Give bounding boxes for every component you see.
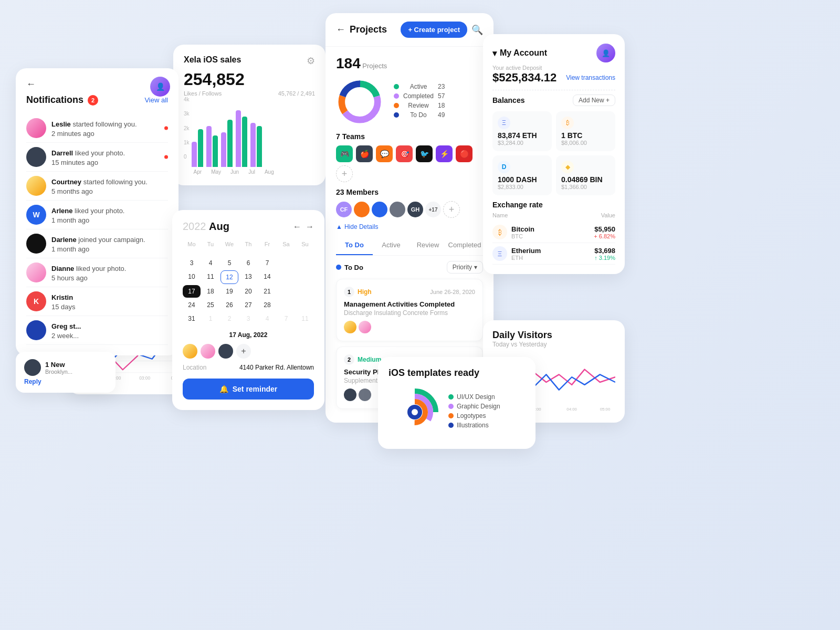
notif-avatar bbox=[26, 234, 46, 254]
back-button[interactable]: ← bbox=[26, 79, 36, 90]
calendar-day[interactable] bbox=[296, 250, 314, 256]
chevron-down-icon: ▾ bbox=[474, 264, 477, 271]
calendar-day[interactable]: 24 bbox=[183, 299, 201, 311]
tab-active[interactable]: Active bbox=[373, 236, 410, 255]
priority-filter-button[interactable]: Priority ▾ bbox=[447, 261, 483, 274]
calendar-day[interactable] bbox=[296, 257, 314, 269]
calendar-day[interactable]: 4 bbox=[258, 312, 276, 325]
calendar-day[interactable] bbox=[277, 270, 295, 284]
calendar-day[interactable] bbox=[296, 299, 314, 311]
calendar-day[interactable]: 3 bbox=[239, 312, 257, 325]
notif-time: 15 days bbox=[51, 303, 76, 311]
projects-back-button[interactable]: ← bbox=[336, 24, 345, 35]
balance-btc: ₿ 1 BTC $8,006.00 bbox=[556, 111, 615, 151]
calendar-day[interactable] bbox=[277, 250, 295, 256]
hide-details-button[interactable]: ▲ Hide Details bbox=[336, 223, 483, 230]
team-icon: 🎯 bbox=[396, 145, 413, 162]
calendar-day[interactable] bbox=[183, 250, 201, 256]
legend-logo: Logotypes bbox=[457, 412, 486, 419]
calendar-day[interactable]: 7 bbox=[277, 312, 295, 325]
exchange-title: Exchange rate bbox=[492, 201, 615, 209]
notif-name: Darlene bbox=[51, 236, 77, 244]
calendar-day[interactable]: 25 bbox=[202, 299, 219, 311]
notifications-list: Leslie started following you. 2 minutes … bbox=[26, 114, 168, 345]
calendar-day[interactable]: 7 bbox=[258, 257, 276, 269]
calendar-day[interactable]: 28 bbox=[258, 299, 276, 311]
user-avatar: 👤 bbox=[150, 77, 170, 97]
calendar-prev-button[interactable]: ← bbox=[293, 222, 301, 232]
calendar-day[interactable]: 10 bbox=[183, 270, 201, 284]
location-label: Location bbox=[183, 364, 206, 371]
search-button[interactable]: 🔍 bbox=[471, 24, 483, 36]
calendar-day[interactable] bbox=[277, 285, 295, 298]
calendar-day-selected[interactable]: 17 bbox=[183, 285, 201, 298]
calendar-day[interactable]: 18 bbox=[202, 285, 219, 298]
set-reminder-button[interactable]: 🔔 Set reminder bbox=[183, 379, 314, 400]
exchange-value-col: Value bbox=[601, 212, 615, 218]
calendar-day[interactable]: 1 bbox=[202, 312, 219, 325]
calendar-day[interactable] bbox=[202, 250, 219, 256]
view-transactions-link[interactable]: View transactions bbox=[566, 74, 615, 81]
calendar-day[interactable]: 31 bbox=[183, 312, 201, 325]
exchange-ethereum: Ξ Etherium ETH $3,698 ↑ 3.19% bbox=[492, 243, 615, 265]
calendar-day[interactable] bbox=[296, 270, 314, 284]
create-project-button[interactable]: + Create project bbox=[401, 22, 467, 38]
calendar-day[interactable] bbox=[258, 250, 276, 256]
attendee-avatar bbox=[218, 344, 233, 359]
calendar-day[interactable]: 27 bbox=[239, 299, 257, 311]
chevron-up-icon: ▲ bbox=[336, 223, 342, 230]
add-attendee-button[interactable]: + bbox=[236, 344, 251, 359]
calendar-day[interactable] bbox=[277, 299, 295, 311]
calendar-day[interactable]: 5 bbox=[220, 257, 238, 269]
chat-reply-button[interactable]: Reply bbox=[24, 378, 107, 385]
calendar-day[interactable]: 6 bbox=[239, 257, 257, 269]
notif-avatar bbox=[26, 118, 46, 138]
notifications-badge: 2 bbox=[88, 95, 98, 106]
calendar-day[interactable]: 3 bbox=[183, 257, 201, 269]
task-member-avatar bbox=[359, 388, 371, 401]
likes-value: 45,762 / 2,491 bbox=[278, 90, 315, 97]
calendar-day[interactable]: 19 bbox=[220, 285, 238, 298]
calendar-day[interactable]: 13 bbox=[239, 270, 257, 284]
calendar-day[interactable]: 14 bbox=[258, 270, 276, 284]
notif-action: liked your photo. bbox=[73, 149, 125, 157]
calendar-day[interactable]: 11 bbox=[202, 270, 219, 284]
tab-todo[interactable]: To Do bbox=[336, 236, 373, 255]
svg-text:04:00: 04:00 bbox=[566, 407, 577, 411]
view-all-link[interactable]: View all bbox=[144, 96, 168, 104]
balances-title: Balances bbox=[492, 96, 524, 104]
calendar-day[interactable]: 20 bbox=[239, 285, 257, 298]
calendar-day[interactable] bbox=[296, 285, 314, 298]
sales-amount: 254,852 bbox=[184, 70, 315, 89]
settings-icon[interactable]: ⚙ bbox=[307, 55, 315, 67]
calendar-day[interactable]: 4 bbox=[202, 257, 219, 269]
deposit-label: Your active Deposit bbox=[492, 65, 615, 71]
templates-donut-chart bbox=[388, 386, 441, 438]
chat-avatar bbox=[24, 359, 41, 376]
visitors-subtitle: Today vs Yesterday bbox=[492, 341, 615, 348]
todo-filter-row: To Do Priority ▾ bbox=[336, 256, 483, 279]
calendar-day[interactable]: 11 bbox=[296, 312, 314, 325]
svg-text:05:00: 05:00 bbox=[600, 407, 611, 411]
calendar-day[interactable] bbox=[220, 250, 238, 256]
projects-donut-section: Active23 Completed57 Review18 To Do49 bbox=[336, 78, 483, 125]
members-more: +17 bbox=[425, 202, 441, 217]
hide-details-label: Hide Details bbox=[344, 223, 379, 230]
projects-title: Projects bbox=[350, 24, 387, 35]
calendar-day[interactable]: 12 bbox=[220, 270, 238, 284]
member-avatar: CF bbox=[336, 202, 352, 217]
svg-point-27 bbox=[410, 407, 420, 417]
calendar-next-button[interactable]: → bbox=[306, 222, 314, 232]
tab-review[interactable]: Review bbox=[410, 236, 446, 255]
calendar-day[interactable] bbox=[277, 257, 295, 269]
calendar-day[interactable]: 21 bbox=[258, 285, 276, 298]
exchange-name-col: Name bbox=[492, 212, 508, 218]
add-new-button[interactable]: Add New + bbox=[573, 94, 615, 106]
calendar-day[interactable]: 26 bbox=[220, 299, 238, 311]
calendar-day[interactable] bbox=[239, 250, 257, 256]
calendar-day[interactable]: 2 bbox=[220, 312, 238, 325]
tab-completed[interactable]: Completed bbox=[446, 236, 483, 255]
add-team-button[interactable]: + bbox=[336, 165, 353, 182]
add-member-button[interactable]: + bbox=[443, 201, 460, 218]
chat-location: Brooklyn... bbox=[45, 369, 72, 375]
